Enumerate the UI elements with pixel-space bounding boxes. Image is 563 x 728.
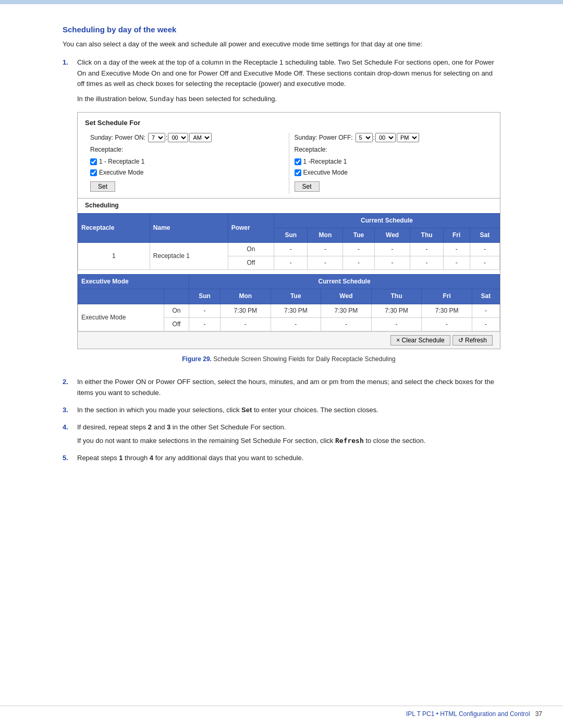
footer-page: 37 bbox=[535, 710, 542, 718]
clear-schedule-button[interactable]: × Clear Schedule bbox=[390, 335, 450, 346]
power-on-ampm-select[interactable]: AM bbox=[189, 133, 212, 142]
power-on-min-select[interactable]: 00 bbox=[168, 133, 188, 142]
exec-off-tue: - bbox=[271, 317, 321, 331]
power-on-receptacle-label: Receptacle: bbox=[90, 145, 284, 155]
step-2-content: In either the Power ON or Power OFF sect… bbox=[77, 377, 500, 399]
power-off-min-select[interactable]: 00 bbox=[375, 133, 396, 142]
step-4b-code: Refresh bbox=[335, 437, 364, 445]
exec-on-mon: 7:30 PM bbox=[220, 304, 271, 317]
exec-day-row: Sun Mon Tue Wed Thu Fri Sat bbox=[78, 289, 500, 304]
sat-header: Sat bbox=[470, 228, 499, 242]
off-thu: - bbox=[410, 256, 443, 270]
step-3-num: 3. bbox=[63, 405, 75, 416]
page: Scheduling by day of the week You can al… bbox=[0, 0, 563, 728]
power-off-checkbox2[interactable] bbox=[295, 169, 301, 176]
power-off-checkbox1[interactable] bbox=[295, 158, 301, 165]
exec-name-col bbox=[78, 289, 164, 304]
step-4-text-after: in the other Set Schedule For section. bbox=[170, 423, 286, 431]
schedule-for-cols: Sunday: Power ON: 7 : 00 bbox=[85, 133, 493, 194]
exec-off-sat: - bbox=[472, 317, 499, 331]
power-off-ampm-select[interactable]: PM bbox=[397, 133, 419, 142]
exec-on-sat: - bbox=[472, 304, 499, 317]
illustration-note: In the illustration below, Sunday has be… bbox=[77, 94, 500, 105]
power-col-header: Power bbox=[228, 213, 274, 242]
on-mon: - bbox=[308, 242, 343, 256]
step-5-text-mid: through bbox=[123, 454, 149, 462]
receptacle-table: Receptacle Name Power Current Schedule S… bbox=[78, 213, 500, 270]
exec-sun: Sun bbox=[189, 289, 221, 304]
exec-on-label: On bbox=[164, 304, 189, 317]
refresh-button[interactable]: ↺ Refresh bbox=[452, 335, 493, 346]
power-off-label: Sunday: Power OFF: bbox=[295, 133, 353, 143]
off-label-cell: Off bbox=[228, 256, 274, 270]
exec-tue: Tue bbox=[271, 289, 321, 304]
step-1-num: 1. bbox=[63, 57, 75, 371]
power-off-col: Sunday: Power OFF: 5 : 00 bbox=[289, 133, 493, 194]
step-4-num: 4. bbox=[63, 422, 75, 447]
exec-thu: Thu bbox=[371, 289, 422, 304]
steps-list: 1. Click on a day of the week at the top… bbox=[63, 57, 500, 464]
step-5-content: Repeat steps 1 through 4 for any additio… bbox=[77, 453, 500, 464]
on-tue: - bbox=[343, 242, 374, 256]
mon-header: Mon bbox=[308, 228, 343, 242]
exec-off-sun: - bbox=[189, 317, 221, 331]
bottom-buttons: × Clear Schedule ↺ Refresh bbox=[78, 331, 500, 349]
exec-on-wed: 7:30 PM bbox=[321, 304, 372, 317]
step-2-num: 2. bbox=[63, 377, 75, 399]
exec-off-fri: - bbox=[422, 317, 472, 331]
receptacle-num: 1 bbox=[78, 242, 150, 269]
step-3-text-after: to enter your choices. The section close… bbox=[252, 406, 378, 414]
power-on-checkbox2[interactable] bbox=[90, 169, 97, 176]
power-off-row: Sunday: Power OFF: 5 : 00 bbox=[295, 133, 488, 143]
exec-sat: Sat bbox=[472, 289, 499, 304]
exec-mon: Mon bbox=[220, 289, 271, 304]
power-on-hour-select[interactable]: 7 bbox=[148, 133, 165, 142]
step-4-text-mid: and bbox=[152, 423, 167, 431]
receptacle-header-row: Receptacle Name Power Current Schedule bbox=[78, 213, 500, 228]
power-on-set-button[interactable]: Set bbox=[90, 181, 115, 192]
fri-header: Fri bbox=[443, 228, 470, 242]
power-off-set-button[interactable]: Set bbox=[295, 181, 320, 192]
power-on-row: Sunday: Power ON: 7 : 00 bbox=[90, 133, 284, 143]
receptacle-on-row: 1 Receptacle 1 On - - - - - - bbox=[78, 242, 500, 256]
current-schedule-header: Current Schedule bbox=[274, 213, 500, 228]
on-sun: - bbox=[274, 242, 308, 256]
footer: IPL T PC1 • HTML Configuration and Contr… bbox=[0, 706, 563, 718]
off-sat: - bbox=[470, 256, 499, 270]
figure-text: Schedule Screen Showing Fields for Daily… bbox=[212, 355, 396, 363]
scheduling-section: Scheduling Receptacle Name Power Current… bbox=[78, 198, 500, 349]
exec-off-label: Off bbox=[164, 317, 189, 331]
exec-name-cell: Executive Mode bbox=[78, 304, 164, 331]
power-off-set-row: Set bbox=[295, 181, 488, 192]
set-schedule-title: Set Schedule For bbox=[85, 118, 493, 129]
exec-on-fri: 7:30 PM bbox=[422, 304, 472, 317]
exec-header-row1: Executive Mode Current Schedule bbox=[78, 275, 500, 289]
exec-mode-header: Executive Mode bbox=[78, 275, 189, 289]
step-4: 4. If desired, repeat steps 2 and 3 in t… bbox=[63, 422, 500, 447]
power-off-hour-select[interactable]: 5 bbox=[356, 133, 373, 142]
receptacle-col-header: Receptacle bbox=[78, 213, 150, 242]
step-3-bold: Set bbox=[241, 406, 252, 414]
figure-caption: Figure 29. Schedule Screen Showing Field… bbox=[77, 354, 500, 364]
exec-on-sun: - bbox=[189, 304, 221, 317]
figure-label: Figure 29. bbox=[182, 355, 212, 363]
step-5-bold2: 4 bbox=[150, 454, 153, 462]
name-col-header: Name bbox=[150, 213, 228, 242]
exec-power-col bbox=[164, 289, 189, 304]
power-on-label: Sunday: Power ON: bbox=[90, 133, 145, 143]
exec-off-mon: - bbox=[220, 317, 271, 331]
receptacle-name: Receptacle 1 bbox=[150, 242, 228, 269]
exec-on-thu: 7:30 PM bbox=[371, 304, 422, 317]
on-label-cell: On bbox=[228, 242, 274, 256]
off-sun: - bbox=[274, 256, 308, 270]
power-off-checkbox1-row: 1 -Receptacle 1 bbox=[295, 157, 488, 167]
step-3: 3. In the section in which you made your… bbox=[63, 405, 500, 416]
step-2: 2. In either the Power ON or Power OFF s… bbox=[63, 377, 500, 399]
step-3-content: In the section in which you made your se… bbox=[77, 405, 500, 416]
exec-wed: Wed bbox=[321, 289, 372, 304]
power-on-checkbox1[interactable] bbox=[90, 158, 97, 165]
exec-off-thu: - bbox=[371, 317, 422, 331]
on-fri: - bbox=[443, 242, 470, 256]
power-off-checkbox2-row: Executive Mode bbox=[295, 168, 488, 178]
footer-product: IPL T PC1 • HTML Configuration and Contr… bbox=[406, 710, 530, 718]
